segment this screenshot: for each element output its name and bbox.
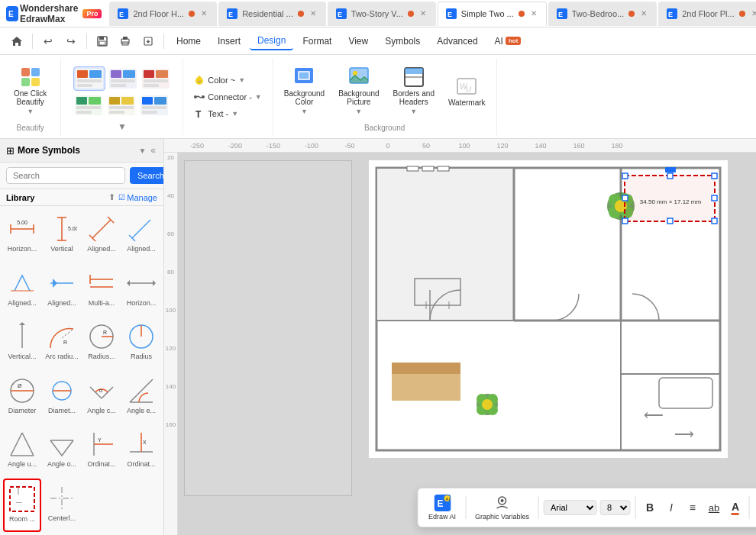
- tab-dot-6: [739, 11, 745, 17]
- menu-home[interactable]: Home: [169, 33, 208, 50]
- font-color-btn[interactable]: A: [726, 498, 745, 518]
- symbol-item-18[interactable]: Y Ordinat...: [82, 424, 121, 477]
- tab-5[interactable]: E Two-Bedroo... ✕: [548, 2, 657, 26]
- tab-3[interactable]: E Two-Story V... ✕: [328, 2, 436, 26]
- bold-btn[interactable]: B: [641, 498, 659, 517]
- symbol-item-5[interactable]: Aligned...: [43, 263, 81, 316]
- symbol-item-21[interactable]: Centerl...: [43, 479, 81, 533]
- font-select[interactable]: Arial: [544, 500, 597, 515]
- svg-rect-66: [405, 68, 423, 74]
- symbol-item-4[interactable]: Aligned...: [3, 263, 41, 316]
- symbol-item-10[interactable]: R Radius...: [82, 317, 121, 369]
- svg-text:E: E: [447, 11, 452, 18]
- tab-close-6[interactable]: ✕: [750, 9, 756, 18]
- symbol-item-13[interactable]: Diamet...: [43, 371, 81, 424]
- search-button[interactable]: Search: [130, 167, 164, 184]
- svg-text:E: E: [338, 11, 342, 18]
- main-canvas[interactable]: 34.50 mm × 17.12 mm ⟵: [178, 153, 756, 535]
- home-nav-icon[interactable]: [6, 31, 27, 52]
- menu-design[interactable]: Design: [250, 32, 293, 50]
- canvas-area: -250 -200 -150 -100 -50 0 50 100 120 140…: [164, 139, 756, 535]
- symbol-item-8[interactable]: Vertical...: [3, 317, 41, 369]
- symbol-item-0[interactable]: 5.00 Horizon...: [3, 209, 41, 262]
- svg-rect-22: [21, 68, 30, 76]
- symbol-item-1[interactable]: 5.00 Vertical: [43, 209, 81, 262]
- symbol-item-7[interactable]: Horizon...: [122, 263, 160, 316]
- symbol-label-13: Diamet...: [48, 407, 76, 414]
- tab-4[interactable]: E Simple Two ... ✕: [438, 2, 547, 26]
- export-icon[interactable]: [137, 31, 159, 52]
- font-size-select[interactable]: 8: [600, 500, 631, 515]
- svg-rect-32: [111, 70, 121, 78]
- menu-insert[interactable]: Insert: [210, 33, 248, 50]
- theme-btn-5[interactable]: [106, 94, 137, 117]
- floorplan-area[interactable]: 34.50 mm × 17.12 mm ⟵: [369, 160, 728, 458]
- svg-rect-30: [77, 84, 92, 87]
- ruler-marks-h: -250 -200 -150 -100 -50 0 50 100 120 140…: [178, 142, 636, 150]
- svg-rect-131: [438, 166, 449, 171]
- edraw-ai-btn[interactable]: E AI Edraw AI: [424, 491, 460, 524]
- undo-icon[interactable]: ↩: [37, 31, 59, 52]
- text-btn[interactable]: T Text - ▼: [189, 107, 266, 121]
- tab-6[interactable]: E 2nd Floor Pl... ✕: [658, 2, 756, 26]
- svg-text:—: —: [16, 498, 22, 505]
- search-input[interactable]: [6, 167, 125, 184]
- symbol-item-19[interactable]: X Ordinat...: [122, 424, 160, 477]
- symbol-item-12[interactable]: Ø Diameter: [3, 371, 41, 424]
- background-color-btn[interactable]: BackgroundColor ▼: [279, 63, 329, 118]
- svg-rect-151: [712, 173, 717, 179]
- color-btn[interactable]: Color ~ ▼: [189, 73, 266, 87]
- symbol-item-15[interactable]: Angle e...: [122, 371, 160, 424]
- align-btn[interactable]: ≡: [683, 498, 702, 517]
- menu-view[interactable]: View: [341, 33, 376, 50]
- svg-rect-47: [109, 97, 120, 105]
- svg-rect-153: [712, 218, 717, 224]
- symbol-item-17[interactable]: Angle o...: [43, 424, 81, 477]
- symbol-item-2[interactable]: Aligned...: [82, 209, 121, 262]
- tab-close-5[interactable]: ✕: [639, 9, 648, 18]
- tab-close-3[interactable]: ✕: [418, 9, 428, 18]
- panel-collapse-btn[interactable]: «: [149, 143, 157, 157]
- svg-rect-162: [392, 363, 460, 374]
- tab-close-1[interactable]: ✕: [199, 9, 208, 18]
- svg-line-95: [62, 329, 73, 338]
- print-icon[interactable]: [115, 31, 136, 52]
- watermark-btn[interactable]: W M Watermark: [444, 73, 490, 110]
- theme-btn-3[interactable]: [141, 66, 171, 91]
- symbol-item-16[interactable]: Angle u...: [3, 424, 41, 477]
- tab-close-4[interactable]: ✕: [529, 9, 538, 18]
- save-icon[interactable]: [92, 31, 113, 52]
- symbol-item-11[interactable]: Radius: [122, 317, 160, 369]
- ruler-v-marks: 20 40 60 80 100 120 140 160: [164, 153, 177, 458]
- menu-advanced[interactable]: Advanced: [429, 33, 485, 50]
- manage-link[interactable]: ☑ Manage: [118, 193, 157, 202]
- theme-btn-2[interactable]: [108, 66, 138, 91]
- connector-btn[interactable]: Connector - ▼: [189, 90, 266, 104]
- one-click-beautify-btn[interactable]: One ClickBeautify ▼: [6, 62, 54, 120]
- beautify-group-label: Beautify: [17, 121, 44, 132]
- symbol-item-3[interactable]: Aligned...: [122, 209, 160, 262]
- theme-btn-4[interactable]: [73, 94, 104, 117]
- tab-close-2[interactable]: ✕: [309, 9, 318, 18]
- background-picture-btn[interactable]: BackgroundPicture ▼: [334, 63, 383, 118]
- ribbon-group-background: BackgroundColor ▼ BackgroundPicture ▼: [273, 58, 497, 135]
- theme-btn-1[interactable]: [73, 66, 105, 91]
- svg-text:X: X: [143, 440, 147, 445]
- symbol-img-21: [46, 482, 78, 514]
- borders-headers-btn[interactable]: Borders andHeaders ▼: [389, 63, 439, 118]
- theme-btn-6[interactable]: [139, 94, 170, 117]
- menu-ai[interactable]: AI hot: [487, 33, 529, 50]
- theme-expand-icon[interactable]: ▼: [118, 121, 127, 132]
- tab-1[interactable]: E 2nd Floor H... ✕: [109, 2, 217, 26]
- underline-btn[interactable]: ab: [705, 499, 723, 517]
- graphic-variables-btn[interactable]: Graphic Variables: [470, 491, 534, 524]
- redo-icon[interactable]: ↪: [60, 31, 82, 52]
- symbol-item-20[interactable]: — Room ...: [3, 479, 41, 533]
- tab-2[interactable]: E Residential ... ✕: [218, 2, 326, 26]
- symbol-item-14[interactable]: α Angle c...: [82, 371, 121, 424]
- symbol-item-6[interactable]: Multi-a...: [82, 263, 121, 316]
- menu-symbols[interactable]: Symbols: [377, 33, 428, 50]
- menu-format[interactable]: Format: [295, 33, 339, 50]
- italic-btn[interactable]: I: [662, 498, 680, 517]
- symbol-item-9[interactable]: R Arc radiu...: [43, 317, 81, 369]
